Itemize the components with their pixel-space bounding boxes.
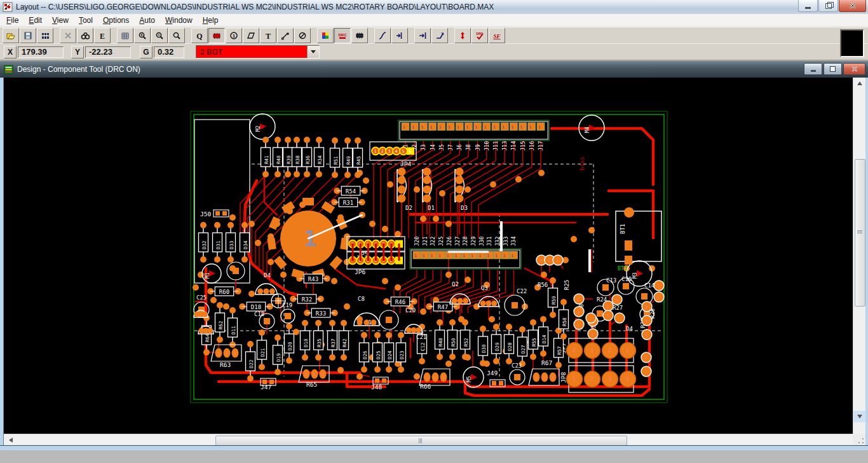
query-button[interactable]: Q <box>191 28 208 43</box>
pcb-component-R33[interactable]: R33 <box>304 308 338 317</box>
pcb-component-D3[interactable] <box>455 168 465 203</box>
pcb-capacitor[interactable] <box>379 310 398 329</box>
pcb-pad-ringed[interactable]: 1 <box>642 329 652 340</box>
pcb-component-R42[interactable]: R42 <box>339 320 349 361</box>
pcb-component-R31[interactable]: R31 <box>331 198 365 207</box>
pcb-pad-ringed[interactable]: 2 <box>574 307 584 317</box>
pcb-component-R39[interactable]: R39 <box>283 137 293 177</box>
pcb-capacitor[interactable] <box>281 309 295 323</box>
pcb-drawing[interactable]: M2M4M1M3M511J11J21J31J41J51J71J61J81J91J… <box>4 78 853 434</box>
layer-dropdown-button[interactable] <box>307 46 319 58</box>
menu-item-tool[interactable]: Tool <box>74 15 98 26</box>
online-drc-button[interactable]: DRC <box>334 28 351 43</box>
minimize-button[interactable] <box>798 0 818 12</box>
pcb-component-R57[interactable]: R57 <box>554 328 564 368</box>
pcb-pad-ringed[interactable] <box>641 366 651 377</box>
design-close-button[interactable] <box>843 63 865 75</box>
design-minimize-button[interactable] <box>804 63 822 75</box>
pcb-pad-ringed[interactable]: 2 <box>612 294 622 305</box>
horizontal-scrollbar[interactable] <box>4 434 853 445</box>
menu-item-help[interactable]: Help <box>198 15 224 26</box>
component-tool-button[interactable] <box>208 28 225 43</box>
menu-item-file[interactable]: File <box>1 15 24 26</box>
pcb-component-D18[interactable]: D18 <box>239 302 273 311</box>
pcb-pad-ringed[interactable]: 1 <box>574 294 584 304</box>
scroll-left-button[interactable] <box>5 435 17 445</box>
pcb-mount-M2[interactable]: M2 <box>250 114 275 139</box>
scroll-up-button[interactable] <box>853 78 865 89</box>
add-route-button[interactable] <box>414 28 431 43</box>
pcb-component-D21[interactable]: D21 <box>257 329 267 370</box>
grid-field[interactable]: 0.32 <box>154 46 184 58</box>
obstacle-tool-button[interactable] <box>243 28 259 43</box>
spreadsheet-button[interactable] <box>117 28 133 43</box>
pcb-component-R36[interactable]: R36 <box>302 137 312 177</box>
pcb-capacitor[interactable] <box>510 370 525 385</box>
pcb-component-D28[interactable]: D28 <box>505 324 514 364</box>
pcb-component-D22[interactable]: D22 <box>246 341 255 382</box>
library-manager-button[interactable] <box>37 28 53 43</box>
pcb-component-R64[interactable]: R64 <box>202 315 212 356</box>
pcb-pad-ringed[interactable]: 3 <box>603 310 613 321</box>
minimize-connections-button[interactable] <box>454 28 471 43</box>
pcb-connector-JP7[interactable]: 4321JP7 <box>560 338 636 363</box>
pcb-component-D14[interactable]: D14 <box>539 316 548 357</box>
pcb-pad-ringed[interactable]: 1 <box>641 352 651 363</box>
connection-tool-button[interactable] <box>277 28 294 43</box>
delete-button[interactable] <box>60 28 76 43</box>
close-button[interactable] <box>839 0 866 12</box>
pcb-pad-ringed[interactable]: 1 <box>574 319 584 329</box>
reconnect-mode-button[interactable] <box>351 28 368 43</box>
pcb-component-D31[interactable]: D31 <box>213 222 222 263</box>
zoom-all-button[interactable] <box>168 28 185 43</box>
pcb-component-D27[interactable]: D27 <box>518 326 527 367</box>
pcb-component-D24[interactable]: D24 <box>384 332 394 373</box>
pcb-component-D20[interactable]: D20 <box>285 323 294 364</box>
pcb-pad-ringed[interactable]: 2 <box>553 255 563 265</box>
menu-item-window[interactable]: Window <box>160 15 198 26</box>
pcb-canvas[interactable]: M2M4M1M3M511J11J21J31J41J51J71J61J81J91J… <box>4 78 853 434</box>
pcb-component-D25[interactable]: D25 <box>373 332 383 373</box>
vertical-scroll-thumb[interactable] <box>855 159 865 307</box>
pcb-component-D32[interactable]: D32 <box>199 222 208 263</box>
pcb-component-R58[interactable]: R58 <box>559 299 569 340</box>
pcb-component-R62[interactable]: R62 <box>215 302 225 343</box>
pcb-component-J50[interactable]: J50 <box>200 210 229 218</box>
pcb-component-D30[interactable]: D30 <box>478 326 488 366</box>
pcb-component-R59[interactable]: R59 <box>548 277 558 318</box>
design-window-titlebar[interactable]: Design - Component Tool (DRC ON) <box>0 61 868 78</box>
pcb-component-R34[interactable]: R34 <box>315 137 324 177</box>
pcb-component-R50[interactable]: R50 <box>448 319 458 360</box>
resize-grip-icon[interactable] <box>858 438 864 443</box>
pcb-pad-ringed[interactable]: 1 <box>642 315 652 326</box>
pcb-component-R41[interactable]: R41 <box>261 137 271 177</box>
pcb-component-R49[interactable]: R49 <box>343 137 353 178</box>
pcb-component-R35[interactable]: R35 <box>314 320 323 361</box>
horizontal-scroll-thumb[interactable] <box>215 436 627 446</box>
pcb-pad-ringed[interactable]: 2 <box>654 292 664 302</box>
pcb-component-R54[interactable]: R54 <box>334 186 368 195</box>
pcb-component-R38[interactable]: R38 <box>292 137 302 177</box>
design-rules-button[interactable]: SF <box>489 28 505 43</box>
edit-button[interactable]: E <box>94 28 111 43</box>
pcb-component-R55[interactable]: R55 <box>529 319 538 360</box>
pcb-pad-ringed[interactable]: 1 <box>603 301 613 311</box>
pcb-terminal-strip[interactable]: 1J11J21J31J41J51J71J61J81J91J101J111J131… <box>398 120 549 151</box>
x-coord-field[interactable]: 179.39 <box>18 46 64 58</box>
pcb-pad-ringed[interactable] <box>586 313 596 323</box>
menu-item-edit[interactable]: Edit <box>24 15 47 26</box>
pcb-component-J49[interactable]: J49 <box>487 370 505 387</box>
pcb-component-R52[interactable]: R52 <box>461 319 470 360</box>
save-button[interactable] <box>20 28 36 43</box>
pcb-component-D19[interactable]: D19 <box>273 335 283 375</box>
scroll-down-button[interactable] <box>853 411 865 422</box>
pcb-pad-ringed[interactable]: 1 <box>588 329 598 339</box>
pcb-capacitor[interactable] <box>505 295 525 315</box>
pcb-component-R40[interactable]: R40 <box>273 137 283 177</box>
pcb-connector-JP8[interactable]: 1234JP8 <box>560 366 636 392</box>
text-tool-button[interactable]: T <box>260 28 276 43</box>
vertical-scrollbar[interactable] <box>853 78 865 434</box>
menu-item-auto[interactable]: Auto <box>134 15 160 26</box>
pcb-component-R37[interactable]: R37 <box>328 320 337 361</box>
error-tool-button[interactable] <box>294 28 311 43</box>
